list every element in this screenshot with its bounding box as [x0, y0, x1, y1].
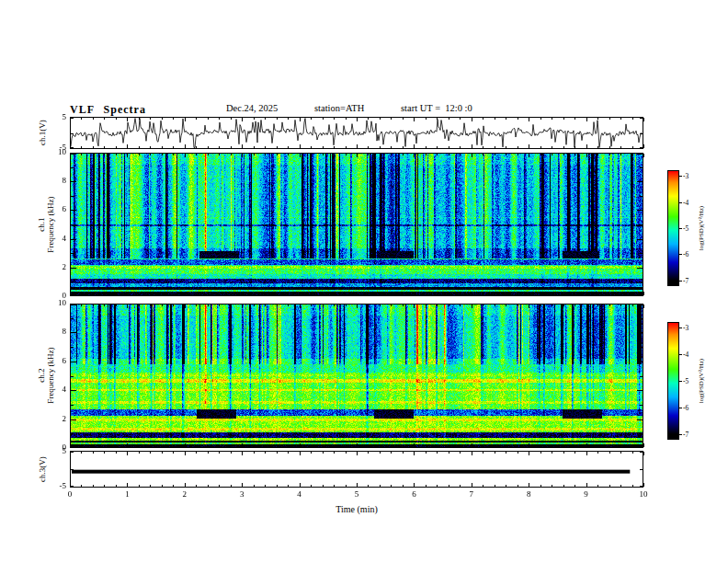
x-tick	[242, 304, 243, 308]
x-tick	[460, 146, 461, 148]
x-tick	[632, 452, 633, 454]
x-tick	[380, 304, 381, 306]
x-tick	[242, 144, 243, 148]
x-tick	[150, 118, 151, 120]
x-tick	[334, 485, 335, 487]
x-tick	[632, 154, 633, 155]
x-tick	[196, 304, 197, 306]
x-tick	[495, 452, 495, 454]
x-tick-label: 8	[519, 490, 538, 499]
ch2-spectrogram-canvas	[71, 304, 643, 447]
x-tick	[116, 452, 117, 454]
x-tick	[93, 118, 94, 120]
colorbar-tick	[679, 354, 682, 355]
x-tick	[495, 146, 495, 148]
x-tick	[139, 146, 140, 148]
x-tick	[357, 452, 358, 455]
x-tick	[93, 154, 94, 155]
x-tick	[81, 452, 82, 454]
x-tick	[127, 292, 128, 295]
x-tick	[495, 293, 495, 295]
x-tick	[540, 293, 541, 295]
x-tick	[563, 304, 564, 306]
x-tick	[300, 154, 301, 157]
x-tick	[139, 445, 140, 447]
x-tick	[208, 452, 209, 454]
x-tick	[265, 485, 266, 487]
x-tick	[311, 452, 312, 454]
x-tick	[116, 304, 117, 306]
y-tick	[637, 332, 643, 333]
x-tick	[300, 452, 301, 455]
x-tick	[288, 154, 289, 155]
y-tick	[637, 419, 643, 420]
y-tick	[640, 376, 643, 377]
y-tick	[637, 446, 643, 447]
y-tick	[71, 446, 76, 447]
colorbar-tick	[679, 381, 682, 382]
y-tick	[637, 210, 643, 211]
x-tick	[288, 304, 289, 306]
y-tick	[640, 133, 643, 134]
x-tick	[426, 485, 427, 487]
x-tick	[173, 452, 174, 454]
x-tick	[219, 445, 220, 447]
x-tick	[242, 443, 243, 447]
x-tick	[586, 483, 587, 487]
x-tick	[208, 304, 209, 306]
x-tick	[173, 293, 174, 295]
x-tick	[391, 146, 392, 148]
x-tick	[311, 293, 312, 295]
x-tick	[609, 293, 610, 295]
colorbar-ch2-label: log(PSD)(V²/Hz)	[698, 326, 705, 436]
x-tick	[242, 154, 243, 157]
x-tick	[597, 118, 598, 120]
x-tick	[346, 293, 347, 295]
x-tick	[391, 452, 392, 454]
x-tick	[81, 154, 82, 155]
x-tick	[540, 485, 541, 487]
x-tick-label: 3	[233, 490, 251, 499]
x-tick	[586, 292, 587, 295]
x-tick	[185, 154, 186, 157]
y-tick	[71, 347, 74, 348]
x-tick	[632, 485, 633, 487]
x-tick	[472, 118, 472, 121]
x-tick	[643, 452, 644, 455]
x-tick	[449, 304, 449, 306]
x-tick	[437, 445, 438, 447]
x-tick	[620, 146, 621, 148]
x-tick	[518, 154, 518, 155]
x-tick	[150, 146, 151, 148]
x-tick	[93, 452, 94, 454]
x-tick	[116, 154, 117, 155]
x-tick	[231, 304, 232, 306]
x-tick	[437, 154, 438, 155]
x-tick	[127, 452, 128, 455]
x-tick	[323, 154, 324, 155]
x-tick	[437, 118, 438, 120]
x-tick	[173, 445, 174, 447]
x-tick	[346, 118, 347, 120]
x-tick	[437, 452, 438, 454]
x-tick	[597, 293, 598, 295]
x-tick	[81, 485, 82, 487]
x-tick	[563, 293, 564, 295]
x-tick	[208, 154, 209, 155]
x-tick	[563, 154, 564, 155]
x-tick	[300, 483, 301, 487]
x-tick	[609, 118, 610, 120]
x-tick	[529, 304, 529, 308]
x-tick	[346, 485, 347, 487]
x-tick	[368, 452, 369, 454]
colorbar-tick	[679, 408, 682, 408]
x-tick	[231, 146, 232, 148]
x-tick	[574, 445, 575, 447]
x-tick	[540, 445, 541, 447]
x-tick	[185, 443, 186, 447]
x-tick	[139, 293, 140, 295]
x-tick	[300, 292, 301, 295]
x-tick	[643, 304, 644, 308]
x-tick-label: 0	[61, 490, 79, 499]
x-tick	[231, 485, 232, 487]
